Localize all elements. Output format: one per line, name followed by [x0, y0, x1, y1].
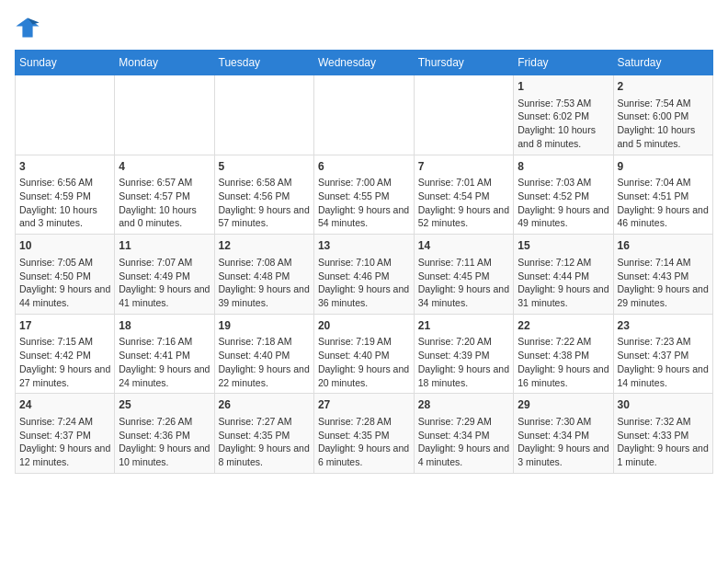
calendar-table: SundayMondayTuesdayWednesdayThursdayFrid… [15, 50, 713, 474]
day-number: 5 [219, 159, 310, 175]
day-number: 9 [618, 159, 709, 175]
calendar-day-cell: 21Sunrise: 7:20 AMSunset: 4:39 PMDayligh… [414, 314, 514, 394]
day-number: 7 [418, 159, 510, 175]
weekday-header: Sunday [16, 51, 115, 75]
calendar-week-row: 17Sunrise: 7:15 AMSunset: 4:42 PMDayligh… [16, 314, 713, 394]
calendar-day-cell: 26Sunrise: 7:27 AMSunset: 4:35 PMDayligh… [214, 394, 313, 474]
calendar-day-cell: 10Sunrise: 7:05 AMSunset: 4:50 PMDayligh… [16, 235, 115, 315]
svg-marker-0 [16, 18, 39, 38]
calendar-day-cell: 29Sunrise: 7:30 AMSunset: 4:34 PMDayligh… [514, 394, 613, 474]
calendar-day-cell: 24Sunrise: 7:24 AMSunset: 4:37 PMDayligh… [16, 394, 115, 474]
calendar-day-cell: 8Sunrise: 7:03 AMSunset: 4:52 PMDaylight… [514, 155, 613, 235]
day-number: 4 [119, 159, 210, 175]
calendar-day-cell: 12Sunrise: 7:08 AMSunset: 4:48 PMDayligh… [214, 235, 313, 315]
weekday-header: Saturday [613, 51, 712, 75]
weekday-header: Tuesday [214, 51, 313, 75]
calendar-day-cell: 1Sunrise: 7:53 AMSunset: 6:02 PMDaylight… [514, 75, 613, 155]
calendar-day-cell [313, 75, 414, 155]
calendar-day-cell: 16Sunrise: 7:14 AMSunset: 4:43 PMDayligh… [613, 235, 712, 315]
calendar-day-cell: 22Sunrise: 7:22 AMSunset: 4:38 PMDayligh… [514, 314, 613, 394]
day-number: 21 [418, 318, 510, 334]
calendar-day-cell: 20Sunrise: 7:19 AMSunset: 4:40 PMDayligh… [313, 314, 414, 394]
calendar-day-cell: 4Sunrise: 6:57 AMSunset: 4:57 PMDaylight… [115, 155, 214, 235]
calendar-day-cell: 28Sunrise: 7:29 AMSunset: 4:34 PMDayligh… [414, 394, 514, 474]
calendar-day-cell: 13Sunrise: 7:10 AMSunset: 4:46 PMDayligh… [313, 235, 414, 315]
day-number: 1 [518, 79, 609, 95]
day-number: 25 [119, 397, 210, 413]
day-number: 23 [618, 318, 709, 334]
calendar-day-cell: 2Sunrise: 7:54 AMSunset: 6:00 PMDaylight… [613, 75, 712, 155]
calendar-day-cell: 25Sunrise: 7:26 AMSunset: 4:36 PMDayligh… [115, 394, 214, 474]
day-number: 10 [19, 238, 110, 254]
weekday-header: Wednesday [313, 51, 414, 75]
calendar-header-row: SundayMondayTuesdayWednesdayThursdayFrid… [16, 51, 713, 75]
day-number: 29 [518, 397, 609, 413]
calendar-week-row: 1Sunrise: 7:53 AMSunset: 6:02 PMDaylight… [16, 75, 713, 155]
weekday-header: Monday [115, 51, 214, 75]
calendar-day-cell [214, 75, 313, 155]
day-number: 24 [19, 397, 110, 413]
weekday-header: Thursday [414, 51, 514, 75]
calendar-week-row: 24Sunrise: 7:24 AMSunset: 4:37 PMDayligh… [16, 394, 713, 474]
day-number: 11 [119, 238, 210, 254]
calendar-day-cell: 11Sunrise: 7:07 AMSunset: 4:49 PMDayligh… [115, 235, 214, 315]
day-number: 3 [19, 159, 110, 175]
day-number: 12 [219, 238, 310, 254]
day-number: 18 [119, 318, 210, 334]
calendar-day-cell: 23Sunrise: 7:23 AMSunset: 4:37 PMDayligh… [613, 314, 712, 394]
day-number: 17 [19, 318, 110, 334]
calendar-day-cell: 27Sunrise: 7:28 AMSunset: 4:35 PMDayligh… [313, 394, 414, 474]
calendar-day-cell [414, 75, 514, 155]
calendar-day-cell [16, 75, 115, 155]
calendar-day-cell: 17Sunrise: 7:15 AMSunset: 4:42 PMDayligh… [16, 314, 115, 394]
day-number: 27 [318, 397, 410, 413]
calendar-day-cell [115, 75, 214, 155]
logo [15, 15, 44, 40]
weekday-header: Friday [514, 51, 613, 75]
calendar-day-cell: 9Sunrise: 7:04 AMSunset: 4:51 PMDaylight… [613, 155, 712, 235]
calendar-day-cell: 6Sunrise: 7:00 AMSunset: 4:55 PMDaylight… [313, 155, 414, 235]
calendar-day-cell: 7Sunrise: 7:01 AMSunset: 4:54 PMDaylight… [414, 155, 514, 235]
calendar-week-row: 3Sunrise: 6:56 AMSunset: 4:59 PMDaylight… [16, 155, 713, 235]
calendar-day-cell: 18Sunrise: 7:16 AMSunset: 4:41 PMDayligh… [115, 314, 214, 394]
calendar-week-row: 10Sunrise: 7:05 AMSunset: 4:50 PMDayligh… [16, 235, 713, 315]
day-number: 19 [219, 318, 310, 334]
calendar-day-cell: 19Sunrise: 7:18 AMSunset: 4:40 PMDayligh… [214, 314, 313, 394]
day-number: 20 [318, 318, 410, 334]
logo-bird-icon [15, 15, 40, 40]
calendar-day-cell: 3Sunrise: 6:56 AMSunset: 4:59 PMDaylight… [16, 155, 115, 235]
calendar-day-cell: 14Sunrise: 7:11 AMSunset: 4:45 PMDayligh… [414, 235, 514, 315]
day-number: 6 [318, 159, 410, 175]
calendar-day-cell: 5Sunrise: 6:58 AMSunset: 4:56 PMDaylight… [214, 155, 313, 235]
day-number: 16 [618, 238, 709, 254]
calendar-day-cell: 30Sunrise: 7:32 AMSunset: 4:33 PMDayligh… [613, 394, 712, 474]
day-number: 14 [418, 238, 510, 254]
day-number: 22 [518, 318, 609, 334]
day-number: 15 [518, 238, 609, 254]
day-number: 28 [418, 397, 510, 413]
day-number: 13 [318, 238, 410, 254]
calendar-day-cell: 15Sunrise: 7:12 AMSunset: 4:44 PMDayligh… [514, 235, 613, 315]
day-number: 8 [518, 159, 609, 175]
page-header [15, 15, 713, 40]
day-number: 26 [219, 397, 310, 413]
day-number: 2 [618, 79, 709, 95]
day-number: 30 [618, 397, 709, 413]
